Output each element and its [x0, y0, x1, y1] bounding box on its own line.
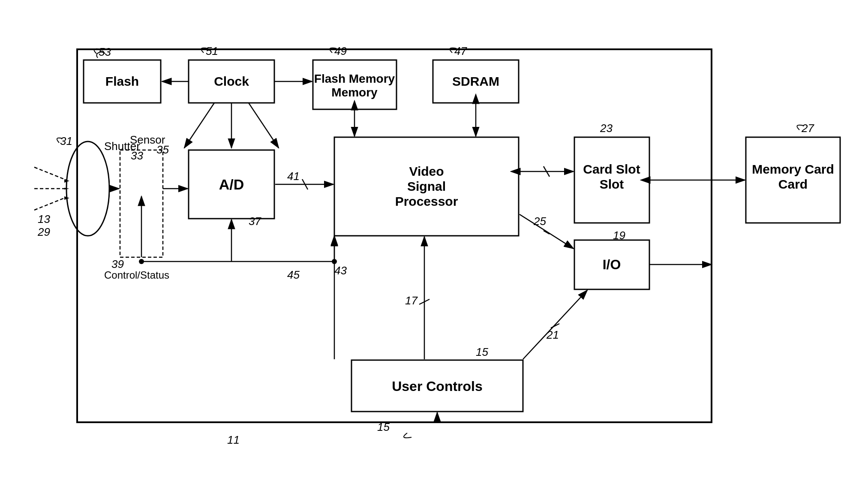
svg-text:Processor: Processor [395, 194, 458, 208]
ref-29: 29 [37, 225, 50, 238]
control-status-label: Control/Status [104, 269, 169, 281]
sdram-label: SDRAM [452, 74, 499, 88]
svg-text:Slot: Slot [600, 177, 624, 191]
ref-15a: 15 [377, 421, 390, 433]
svg-line-52 [523, 290, 587, 359]
diagram-container: 11 Flash 53 Clock 51 Flash Memory Memory… [21, 21, 857, 476]
ref-25: 25 [533, 215, 546, 228]
ref-35: 35 [156, 143, 169, 156]
ref-47: 47 [454, 45, 467, 57]
flash-label: Flash [105, 74, 139, 88]
svg-line-22 [34, 167, 66, 180]
ref-13: 13 [38, 213, 50, 225]
user-controls-label: User Controls [392, 379, 483, 394]
ref-45: 45 [287, 268, 300, 281]
ref-23: 23 [600, 122, 613, 135]
ref-21: 21 [546, 328, 559, 341]
ref-51: 51 [206, 45, 218, 57]
ref-37: 37 [249, 215, 261, 228]
flash-memory-label: Flash Memory [314, 72, 395, 85]
svg-line-32 [249, 103, 279, 148]
vsp-label: Video [409, 164, 444, 178]
ref-41: 41 [287, 170, 300, 183]
svg-line-24 [34, 197, 66, 210]
svg-text:Card: Card [778, 177, 808, 191]
svg-text:Memory: Memory [331, 86, 378, 99]
ref-17: 17 [405, 294, 418, 307]
io-label: I/O [603, 257, 621, 272]
svg-point-21 [66, 141, 109, 236]
svg-text:Signal: Signal [407, 179, 446, 193]
memory-card-label: Memory Card [752, 162, 834, 176]
ref-43: 43 [334, 264, 347, 277]
ref-27: 27 [801, 122, 814, 135]
ref-31: 31 [60, 135, 72, 147]
ref-49: 49 [334, 45, 347, 57]
ad-label: A/D [219, 176, 244, 192]
svg-line-31 [184, 103, 214, 148]
ref-39: 39 [111, 258, 124, 271]
ref-15b: 15 [476, 346, 488, 358]
card-slot-label: Card Slot [583, 162, 640, 176]
ref-19: 19 [613, 229, 625, 242]
ref-11: 11 [227, 433, 240, 446]
clock-label: Clock [214, 74, 249, 88]
ref-33: 33 [131, 149, 143, 162]
svg-line-47 [520, 214, 574, 249]
